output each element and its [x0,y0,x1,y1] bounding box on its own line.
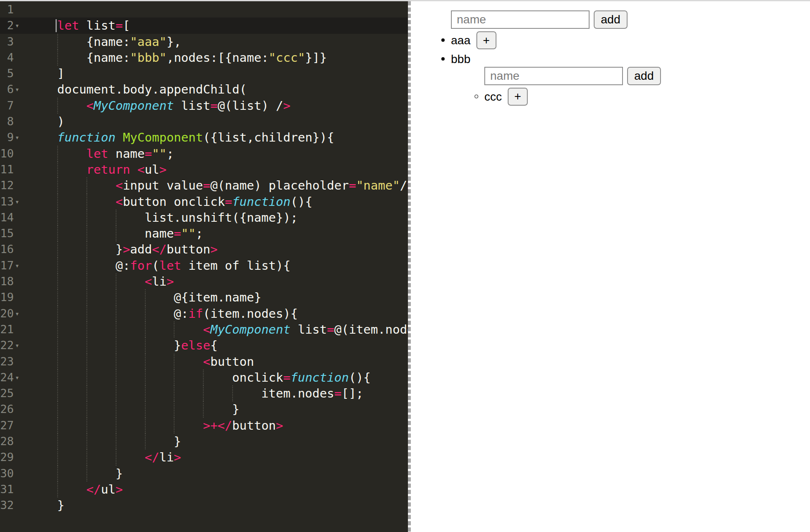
code-line[interactable]: 22▾ }else{ [0,337,408,353]
code-line[interactable]: 16 }>add</button> [0,241,408,257]
code-line[interactable]: 26 } [0,401,408,417]
code-line[interactable]: 9▾function MyComponent({list,children}){ [0,129,408,145]
code-text[interactable]: } [23,497,408,513]
code-line[interactable]: 15 name=""; [0,225,408,241]
name-input[interactable] [451,10,590,29]
code-line[interactable]: 8) [0,114,408,129]
component-root: addaaa+bbbaddccc+ [418,10,810,106]
code-editor-pane[interactable]: 12▾let list=[3 {name:"aaa"},4 {name:"bbb… [0,1,408,532]
code-text[interactable]: <button onclick=function(){ [23,194,408,210]
fold-arrow-icon[interactable]: ▾ [15,258,19,274]
fold-arrow-icon[interactable]: ▾ [15,194,19,210]
line-number: 9 [0,129,14,145]
code-line[interactable]: 2▾let list=[ [0,18,408,33]
code-text[interactable]: list.unshift({name}); [23,210,408,225]
code-text[interactable]: function MyComponent({list,children}){ [23,129,408,145]
code-text[interactable]: <li> [23,274,408,289]
code-text[interactable]: </li> [23,449,408,465]
code-text[interactable]: }>add</button> [23,241,408,257]
line-number: 6 [0,81,14,97]
pane-divider[interactable] [408,1,414,532]
code-text[interactable]: onclick=function(){ [23,370,408,385]
code-text[interactable]: } [23,466,408,481]
code-text[interactable]: @:for(let item of list){ [23,258,408,274]
code-line[interactable]: 17▾ @:for(let item of list){ [0,258,408,274]
code-line[interactable]: 14 list.unshift({name}); [0,210,408,225]
code-text[interactable]: <button [23,354,408,370]
code-line[interactable]: 21 <MyComponent list=@(item.nodes) /> [0,322,408,337]
code-text[interactable]: let name=""; [23,146,408,162]
code-line[interactable]: 6▾document.body.appendChild( [0,81,408,97]
code-line[interactable]: 19 @{item.name} [0,289,408,305]
code-text[interactable]: <MyComponent list=@(list) /> [23,98,408,114]
line-number: 1 [0,2,14,18]
fold-arrow-icon[interactable]: ▾ [15,129,19,145]
add-button[interactable]: add [627,67,661,85]
indent-guide [57,418,58,433]
code-text[interactable]: <input value=@(name) placeholder="name"/… [23,177,408,193]
code-line[interactable]: 20▾ @:if(item.nodes){ [0,306,408,322]
code-token: ({list,children}){ [203,130,334,144]
code-line[interactable]: 13▾ <button onclick=function(){ [0,194,408,210]
code-token: < [145,274,152,289]
line-number: 29 [0,449,14,465]
fold-arrow-icon[interactable]: ▾ [15,337,19,353]
code-line[interactable]: 10 let name=""; [0,146,408,162]
add-button[interactable]: add [594,10,628,29]
code-line[interactable]: 4 {name:"bbb",nodes:[{name:"ccc"}]} [0,50,408,66]
code-line[interactable]: 32} [0,497,408,513]
code-text[interactable]: {name:"bbb",nodes:[{name:"ccc"}]} [23,50,408,66]
code-text[interactable] [23,2,408,18]
code-line[interactable]: 18 <li> [0,274,408,289]
code-line[interactable]: 3 {name:"aaa"}, [0,34,408,50]
code-text[interactable]: <MyComponent list=@(item.nodes) /> [23,322,408,337]
fold-arrow-icon[interactable]: ▾ [15,18,19,33]
fold-arrow-icon[interactable]: ▾ [15,81,19,97]
indent-guide [57,401,58,417]
code-line[interactable]: 29 </li> [0,449,408,465]
indent-guide [116,289,116,305]
code-token: = [203,178,210,193]
code-line[interactable]: 25 item.nodes=[]; [0,385,408,401]
code-line[interactable]: 1 [0,2,408,18]
fold-arrow-icon[interactable]: ▾ [15,370,19,385]
code-text[interactable]: } [23,433,408,449]
add-children-button[interactable]: + [508,88,528,106]
code-line[interactable]: 11 return <ul> [0,162,408,177]
code-text[interactable]: item.nodes=[]; [23,385,408,401]
indent-guide [145,385,146,401]
indent-guide [116,433,116,449]
code-token: "" [152,147,167,161]
name-input[interactable] [484,67,623,85]
code-line[interactable]: 27 >+</button> [0,418,408,433]
fold-arrow-icon[interactable]: ▾ [15,306,19,322]
code-text[interactable]: } [23,401,408,417]
code-line[interactable]: 12 <input value=@(name) placeholder="nam… [0,177,408,193]
code-text[interactable]: @{item.name} [23,289,408,305]
code-text[interactable]: document.body.appendChild( [23,81,408,97]
indent-guide [145,354,146,370]
code-text[interactable]: {name:"aaa"}, [23,34,408,50]
code-text[interactable]: </ul> [23,481,408,497]
line-gutter: 16 [0,241,23,257]
code-line[interactable]: 24▾ onclick=function(){ [0,370,408,385]
code-token: (item.nodes){ [203,307,298,321]
indent-guide [57,354,58,370]
code-text[interactable]: }else{ [23,337,408,353]
code-text[interactable]: let list=[ [23,18,408,33]
code-line[interactable]: 30 } [0,466,408,481]
code-line[interactable]: 5] [0,66,408,81]
code-text[interactable]: name=""; [23,225,408,241]
code-line[interactable]: 7 <MyComponent list=@(list) /> [0,98,408,114]
code-line[interactable]: 23 <button [0,354,408,370]
code-text[interactable]: return <ul> [23,162,408,177]
code-text[interactable]: ] [23,66,408,81]
code-text[interactable]: >+</button> [23,418,408,433]
code-text[interactable]: @:if(item.nodes){ [23,306,408,322]
code-line[interactable]: 28 } [0,433,408,449]
code-token: } [57,434,181,448]
code-line[interactable]: 31 </ul> [0,481,408,497]
code-text[interactable]: ) [23,114,408,129]
code-token: = [225,195,232,209]
add-children-button[interactable]: + [476,31,496,49]
